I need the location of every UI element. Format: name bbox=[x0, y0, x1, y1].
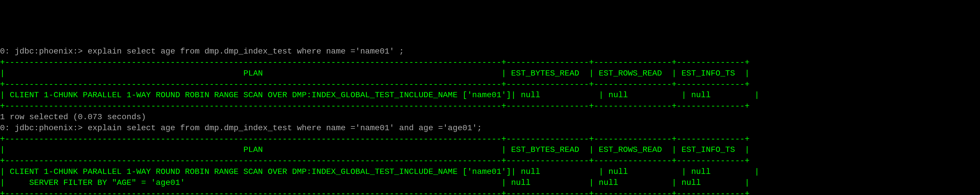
table-border: +---------------------------------------… bbox=[0, 155, 980, 166]
table-border: +---------------------------------------… bbox=[0, 134, 980, 145]
table-row: | CLIENT 1-CHUNK PARALLEL 1-WAY ROUND RO… bbox=[0, 90, 980, 101]
table-border: +---------------------------------------… bbox=[0, 79, 980, 90]
sql-prompt[interactable]: 0: jdbc:phoenix:> bbox=[0, 124, 83, 133]
table-border: +---------------------------------------… bbox=[0, 101, 980, 112]
table-row: | SERVER FILTER BY "AGE" = 'age01' | nul… bbox=[0, 178, 980, 188]
command-line: 0: jdbc:phoenix:> explain select age fro… bbox=[0, 123, 980, 134]
rows-selected-msg: 1 row selected (0.073 seconds) bbox=[0, 113, 146, 122]
sql-prompt[interactable]: 0: jdbc:phoenix:> bbox=[0, 47, 83, 56]
table-border: +---------------------------------------… bbox=[0, 57, 980, 68]
command-line: 0: jdbc:phoenix:> explain select age fro… bbox=[0, 46, 980, 57]
table-row: | CLIENT 1-CHUNK PARALLEL 1-WAY ROUND RO… bbox=[0, 166, 980, 178]
status-line: 1 row selected (0.073 seconds) bbox=[0, 112, 980, 123]
sql-query: explain select age from dmp.dmp_index_te… bbox=[88, 124, 482, 133]
sql-query: explain select age from dmp.dmp_index_te… bbox=[88, 47, 404, 56]
table-border: +---------------------------------------… bbox=[0, 188, 980, 195]
terminal-output: 0: jdbc:phoenix:> explain select age fro… bbox=[0, 46, 980, 195]
table-header-row: | PLAN | EST_BYTES_READ | EST_ROWS_READ … bbox=[0, 144, 980, 155]
table-header-row: | PLAN | EST_BYTES_READ | EST_ROWS_READ … bbox=[0, 68, 980, 79]
